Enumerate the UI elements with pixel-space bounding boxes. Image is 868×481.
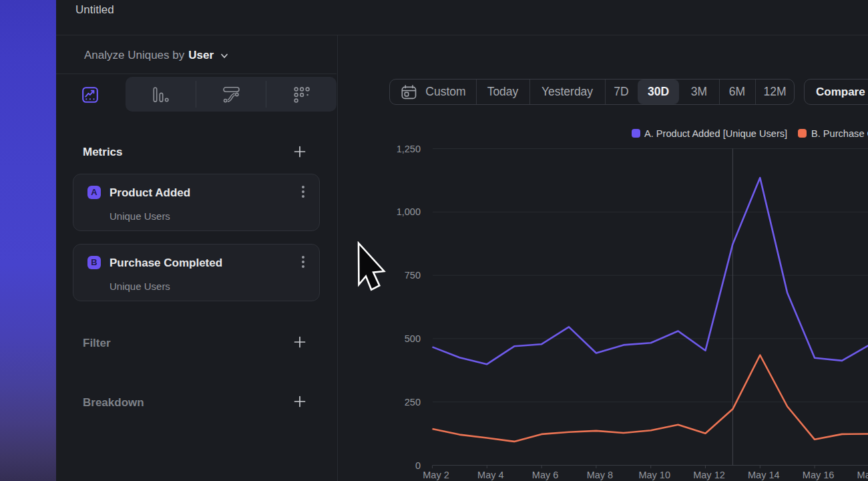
svg-text:May 4: May 4 xyxy=(477,470,504,480)
svg-text:1,000: 1,000 xyxy=(397,206,421,217)
svg-text:250: 250 xyxy=(405,397,421,408)
svg-text:0: 0 xyxy=(415,460,421,471)
svg-text:1,250: 1,250 xyxy=(397,144,421,154)
svg-text:750: 750 xyxy=(405,270,421,281)
svg-text:May 16: May 16 xyxy=(803,470,835,480)
svg-text:May 10: May 10 xyxy=(638,470,670,480)
svg-text:May 14: May 14 xyxy=(748,470,780,480)
svg-text:May 12: May 12 xyxy=(693,470,725,480)
svg-text:May 2: May 2 xyxy=(423,470,449,480)
svg-text:May 18: May 18 xyxy=(857,470,868,480)
svg-text:500: 500 xyxy=(405,333,421,344)
svg-text:May 8: May 8 xyxy=(587,470,614,480)
svg-text:May 6: May 6 xyxy=(532,470,559,480)
